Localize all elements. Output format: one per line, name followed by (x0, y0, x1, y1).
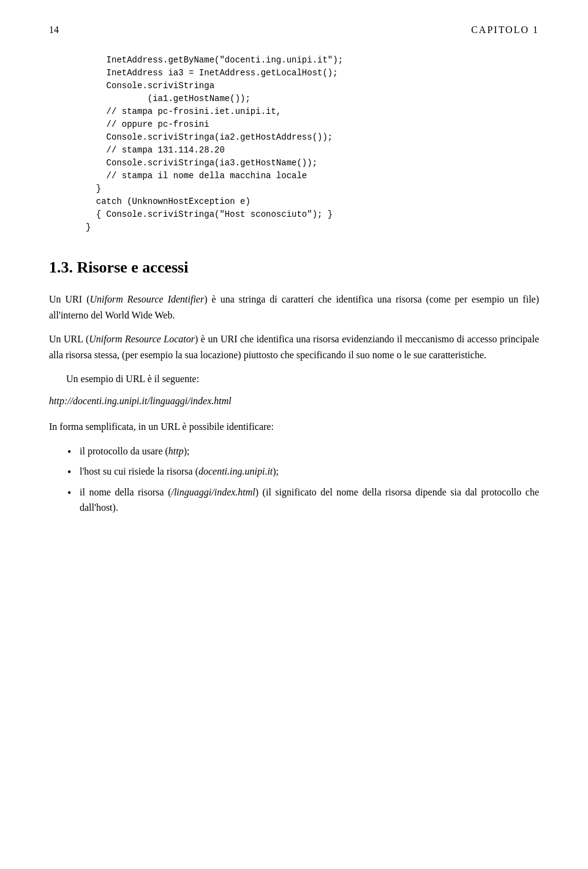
list-item: il protocollo da usare (http); (67, 443, 539, 459)
list-item: l'host su cui risiede la risorsa (docent… (67, 464, 539, 480)
url-example: http://docenti.ing.unipi.it/linguaggi/in… (49, 396, 539, 407)
bullet-list: il protocollo da usare (http); l'host su… (67, 443, 539, 516)
chapter-title: CAPITOLO 1 (471, 24, 539, 36)
page-header: 14 CAPITOLO 1 (49, 24, 539, 36)
code-block: InetAddress.getByName("docenti.ing.unipi… (86, 54, 539, 234)
paragraph-3: Un esempio di URL è il seguente: (49, 371, 539, 387)
list-item: il nome della risorsa (/linguaggi/index.… (67, 484, 539, 516)
paragraph-4: In forma semplificata, in un URL è possi… (49, 419, 539, 435)
paragraph-1: Un URI (Uniform Resource Identifier) è u… (49, 292, 539, 323)
page-number: 14 (49, 24, 59, 36)
section-heading: 1.3. Risorse e accessi (49, 258, 539, 277)
section-title: Risorse e accessi (77, 258, 189, 276)
section-number: 1.3. (49, 258, 73, 276)
paragraph-2: Un URL (Uniform Resource Locator) è un U… (49, 331, 539, 363)
